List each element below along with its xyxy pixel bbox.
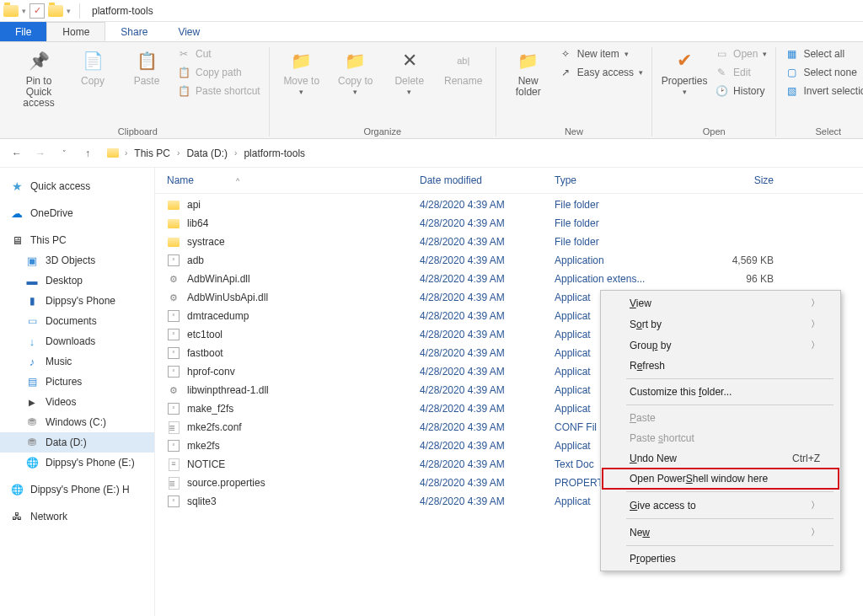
file-type: File folder <box>555 236 689 248</box>
sidebar-this-pc[interactable]: This PC <box>0 230 154 250</box>
sidebar-network[interactable]: Network <box>0 506 154 527</box>
chevron-right-icon: 〉 <box>811 499 820 512</box>
ctx-undo[interactable]: Undo NewCtrl+Z <box>603 448 839 469</box>
sidebar-item-pictures[interactable]: Pictures <box>0 372 154 392</box>
qat-properties-icon[interactable]: ✓ <box>29 3 45 19</box>
ctx-refresh[interactable]: Refresh <box>603 356 839 376</box>
exe-icon <box>167 328 180 341</box>
move-to-button[interactable]: Move to▾ <box>278 47 325 97</box>
copy-path-button[interactable]: 📋Copy path <box>177 66 260 79</box>
folder-icon <box>167 198 180 212</box>
file-name: AdbWinApi.dll <box>187 273 250 285</box>
pin-to-quick-access-button[interactable]: Pin to Quick access <box>15 47 62 110</box>
sidebar-dippsys-phone-e-h[interactable]: Dippsy's Phone (E:) H <box>0 479 154 500</box>
recent-locations-button[interactable]: ˅ <box>56 145 72 162</box>
breadcrumb-pc[interactable]: This PC <box>132 147 172 159</box>
tab-file[interactable]: File <box>0 22 46 41</box>
chevron-right-icon[interactable]: › <box>234 148 237 158</box>
up-button[interactable]: ↑ <box>79 145 96 162</box>
file-date: 4/28/2020 4:39 AM <box>420 273 555 285</box>
chevron-right-icon: 〉 <box>811 526 820 538</box>
file-date: 4/28/2020 4:39 AM <box>420 440 555 452</box>
ribbon-group-select: ▦Select all ▢Select none ▧Invert selecti… <box>776 47 863 137</box>
ctx-view[interactable]: View〉 <box>603 292 839 313</box>
cut-button[interactable]: ✂Cut <box>177 47 260 61</box>
open-icon: ▭ <box>715 47 728 61</box>
chevron-right-icon[interactable]: › <box>125 148 127 158</box>
sidebar-item-music[interactable]: Music <box>0 351 154 372</box>
ctx-properties[interactable]: Properties <box>603 549 839 569</box>
ctx-separator <box>626 545 834 546</box>
file-name: dmtracedump <box>187 310 249 322</box>
sidebar-item-windows-c[interactable]: Windows (C:) <box>0 412 154 432</box>
invert-selection-icon: ▧ <box>785 84 798 98</box>
qat-more-icon[interactable]: ▾ <box>67 7 71 15</box>
ctx-sort-by[interactable]: Sort by〉 <box>603 313 839 335</box>
file-list[interactable]: Name^ Date modified Type Size api4/28/20… <box>155 168 863 616</box>
new-item-button[interactable]: ✧New item ▾ <box>559 47 643 61</box>
table-row[interactable]: adb4/28/2020 4:39 AMApplication4,569 KB <box>155 251 863 270</box>
back-button[interactable]: ← <box>8 145 25 162</box>
easy-access-button[interactable]: ↗Easy access ▾ <box>559 66 643 79</box>
col-header-date[interactable]: Date modified <box>420 174 555 186</box>
sidebar-quick-access[interactable]: Quick access <box>0 176 154 196</box>
sidebar-item-downloads[interactable]: Downloads <box>0 331 154 351</box>
ctx-group-by[interactable]: Group by〉 <box>603 335 839 356</box>
col-header-type[interactable]: Type <box>555 174 689 186</box>
col-header-size[interactable]: Size <box>689 174 774 186</box>
col-header-name[interactable]: Name^ <box>167 174 420 186</box>
copy-to-button[interactable]: Copy to▾ <box>332 47 379 97</box>
properties-button[interactable]: Properties▾ <box>661 47 708 97</box>
new-folder-button[interactable]: New folder <box>505 47 552 98</box>
file-name: hprof-conv <box>187 366 235 378</box>
edit-button[interactable]: ✎Edit <box>715 66 767 79</box>
sidebar-item-dippsys-phone-e[interactable]: Dippsy's Phone (E:) <box>0 453 154 473</box>
documents-icon <box>25 314 39 328</box>
copy-path-icon: 📋 <box>177 66 190 79</box>
qat-newfolder-icon[interactable] <box>48 5 63 17</box>
table-row[interactable]: systrace4/28/2020 4:39 AMFile folder <box>155 233 863 251</box>
breadcrumb-drive[interactable]: Data (D:) <box>185 147 229 159</box>
tab-view[interactable]: View <box>163 22 215 41</box>
table-row[interactable]: api4/28/2020 4:39 AMFile folder <box>155 196 863 214</box>
ctx-open-powershell[interactable]: Open PowerShell window here <box>603 469 839 489</box>
table-row[interactable]: AdbWinApi.dll4/28/2020 4:39 AMApplicatio… <box>155 270 863 288</box>
sidebar-item-3d-objects[interactable]: 3D Objects <box>0 250 154 271</box>
qat-dropdown-icon[interactable]: ▾ <box>22 7 26 15</box>
ctx-customize-folder[interactable]: Customize this folder... <box>603 382 839 402</box>
file-type: File folder <box>555 217 689 229</box>
history-button[interactable]: 🕑History <box>715 84 767 98</box>
paste-button[interactable]: Paste <box>123 47 170 87</box>
select-all-button[interactable]: ▦Select all <box>785 47 863 61</box>
sidebar-item-dippsys-phone[interactable]: Dippsy's Phone <box>0 291 154 311</box>
file-date: 4/28/2020 4:39 AM <box>420 199 555 211</box>
sidebar-item-documents[interactable]: Documents <box>0 311 154 331</box>
paste-shortcut-button[interactable]: 📋Paste shortcut <box>177 84 260 98</box>
delete-button[interactable]: Delete▾ <box>386 47 433 97</box>
file-size: 4,569 KB <box>689 254 774 266</box>
ribbon-tabs: File Home Share View <box>0 22 863 42</box>
open-button[interactable]: ▭Open ▾ <box>715 47 767 61</box>
invert-selection-button[interactable]: ▧Invert selection <box>785 84 863 98</box>
breadcrumb-folder[interactable]: platform-tools <box>242 147 307 159</box>
ctx-new[interactable]: New〉 <box>603 522 839 543</box>
ctx-give-access-to[interactable]: Give access to〉 <box>603 495 839 516</box>
breadcrumb[interactable]: › This PC › Data (D:) › platform-tools <box>103 147 307 160</box>
table-row[interactable]: lib644/28/2020 4:39 AMFile folder <box>155 214 863 233</box>
copy-button[interactable]: Copy <box>69 47 116 87</box>
rename-button[interactable]: ab|Rename <box>440 47 487 87</box>
sidebar-item-desktop[interactable]: Desktop <box>0 271 154 291</box>
cut-icon: ✂ <box>177 47 190 61</box>
file-date: 4/28/2020 4:39 AM <box>420 347 555 359</box>
sidebar-onedrive[interactable]: OneDrive <box>0 203 154 223</box>
sidebar-item-videos[interactable]: Videos <box>0 392 154 412</box>
window-title: platform-tools <box>85 5 160 17</box>
titlebar: ▾ ✓ ▾ platform-tools <box>0 0 863 22</box>
tab-home[interactable]: Home <box>46 22 105 41</box>
select-none-button[interactable]: ▢Select none <box>785 66 863 79</box>
music-icon <box>25 355 39 368</box>
tab-share[interactable]: Share <box>105 22 163 41</box>
forward-button[interactable]: → <box>32 145 49 162</box>
chevron-right-icon[interactable]: › <box>177 148 180 158</box>
sidebar-item-data-d[interactable]: Data (D:) <box>0 432 154 453</box>
